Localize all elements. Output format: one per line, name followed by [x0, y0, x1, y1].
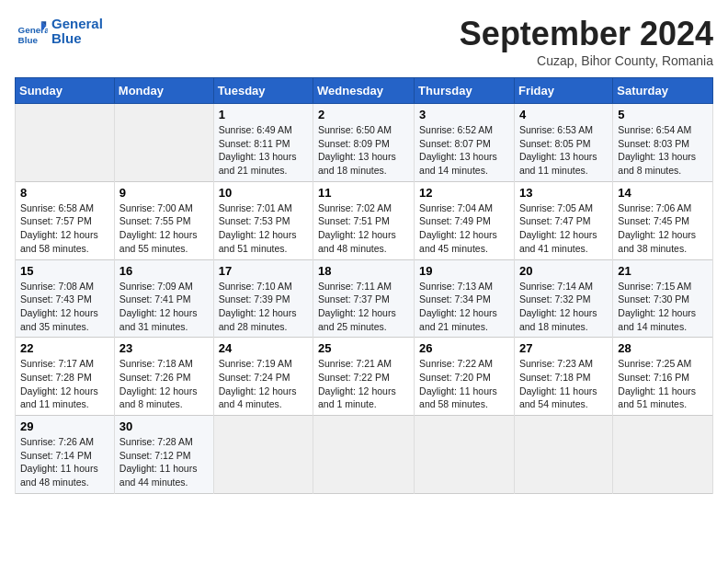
calendar-header-friday: Friday [514, 78, 612, 104]
calendar-cell: 9Sunrise: 7:00 AM Sunset: 7:55 PM Daylig… [114, 181, 213, 259]
calendar-cell: 20Sunrise: 7:14 AM Sunset: 7:32 PM Dayli… [514, 259, 612, 338]
day-info: Sunrise: 7:04 AM Sunset: 7:49 PM Dayligh… [419, 201, 509, 256]
logo-text: General Blue [51, 17, 103, 47]
calendar-cell: 12Sunrise: 7:04 AM Sunset: 7:49 PM Dayli… [415, 181, 515, 259]
day-info: Sunrise: 7:10 AM Sunset: 7:39 PM Dayligh… [219, 280, 308, 334]
day-info: Sunrise: 7:00 AM Sunset: 7:55 PM Dayligh… [119, 201, 209, 256]
day-number: 25 [318, 341, 409, 355]
calendar-cell: 27Sunrise: 7:23 AM Sunset: 7:18 PM Dayli… [514, 338, 612, 416]
logo-icon: General Blue [15, 15, 48, 48]
day-info: Sunrise: 7:14 AM Sunset: 7:32 PM Dayligh… [519, 280, 608, 334]
calendar-week-row: 22Sunrise: 7:17 AM Sunset: 7:28 PM Dayli… [16, 338, 713, 416]
day-number: 3 [419, 108, 509, 121]
calendar-header-wednesday: Wednesday [313, 78, 415, 104]
calendar-body: 1Sunrise: 6:49 AM Sunset: 8:11 PM Daylig… [16, 104, 713, 494]
day-info: Sunrise: 6:58 AM Sunset: 7:57 PM Dayligh… [20, 201, 109, 256]
day-info: Sunrise: 7:11 AM Sunset: 7:37 PM Dayligh… [318, 280, 409, 334]
calendar-cell: 1Sunrise: 6:49 AM Sunset: 8:11 PM Daylig… [213, 104, 313, 182]
calendar-header-monday: Monday [114, 78, 213, 104]
day-number: 1 [219, 108, 308, 121]
day-info: Sunrise: 7:18 AM Sunset: 7:26 PM Dayligh… [119, 357, 209, 411]
calendar-cell [415, 416, 515, 494]
day-info: Sunrise: 7:26 AM Sunset: 7:14 PM Dayligh… [20, 435, 109, 489]
page-header: General Blue General Blue September 2024… [15, 15, 713, 68]
calendar-cell [613, 416, 713, 494]
calendar-cell: 8Sunrise: 6:58 AM Sunset: 7:57 PM Daylig… [16, 181, 115, 259]
calendar-cell: 5Sunrise: 6:54 AM Sunset: 8:03 PM Daylig… [613, 104, 713, 182]
day-number: 8 [20, 186, 109, 200]
day-info: Sunrise: 7:01 AM Sunset: 7:53 PM Dayligh… [219, 201, 308, 256]
day-number: 20 [519, 264, 608, 278]
day-number: 16 [119, 264, 209, 278]
day-number: 14 [618, 186, 708, 200]
day-info: Sunrise: 7:06 AM Sunset: 7:45 PM Dayligh… [618, 201, 708, 256]
day-info: Sunrise: 6:52 AM Sunset: 8:07 PM Dayligh… [419, 123, 509, 178]
calendar-cell: 3Sunrise: 6:52 AM Sunset: 8:07 PM Daylig… [415, 104, 515, 182]
day-info: Sunrise: 7:25 AM Sunset: 7:16 PM Dayligh… [618, 357, 708, 411]
calendar-cell: 18Sunrise: 7:11 AM Sunset: 7:37 PM Dayli… [313, 259, 415, 338]
title-block: September 2024 Cuzap, Bihor County, Roma… [460, 15, 713, 68]
day-number: 17 [219, 264, 308, 278]
day-info: Sunrise: 7:13 AM Sunset: 7:34 PM Dayligh… [419, 280, 509, 334]
day-info: Sunrise: 6:49 AM Sunset: 8:11 PM Dayligh… [219, 123, 308, 178]
day-info: Sunrise: 7:21 AM Sunset: 7:22 PM Dayligh… [318, 357, 409, 411]
calendar-header-sunday: Sunday [16, 78, 115, 104]
day-number: 28 [618, 341, 708, 355]
calendar-week-row: 29Sunrise: 7:26 AM Sunset: 7:14 PM Dayli… [16, 416, 713, 494]
day-info: Sunrise: 7:15 AM Sunset: 7:30 PM Dayligh… [618, 280, 708, 334]
calendar-table: SundayMondayTuesdayWednesdayThursdayFrid… [15, 77, 713, 494]
calendar-cell: 21Sunrise: 7:15 AM Sunset: 7:30 PM Dayli… [613, 259, 713, 338]
calendar-week-row: 15Sunrise: 7:08 AM Sunset: 7:43 PM Dayli… [16, 259, 713, 338]
calendar-cell: 26Sunrise: 7:22 AM Sunset: 7:20 PM Dayli… [415, 338, 515, 416]
calendar-cell: 4Sunrise: 6:53 AM Sunset: 8:05 PM Daylig… [514, 104, 612, 182]
day-number: 5 [618, 108, 708, 121]
calendar-cell: 16Sunrise: 7:09 AM Sunset: 7:41 PM Dayli… [114, 259, 213, 338]
day-info: Sunrise: 7:19 AM Sunset: 7:24 PM Dayligh… [219, 357, 308, 411]
day-number: 4 [519, 108, 608, 121]
day-number: 9 [119, 186, 209, 200]
day-number: 19 [419, 264, 509, 278]
calendar-week-row: 1Sunrise: 6:49 AM Sunset: 8:11 PM Daylig… [16, 104, 713, 182]
day-number: 27 [519, 341, 608, 355]
calendar-cell: 29Sunrise: 7:26 AM Sunset: 7:14 PM Dayli… [16, 416, 115, 494]
calendar-cell: 23Sunrise: 7:18 AM Sunset: 7:26 PM Dayli… [114, 338, 213, 416]
location-subtitle: Cuzap, Bihor County, Romania [460, 53, 713, 68]
day-info: Sunrise: 7:02 AM Sunset: 7:51 PM Dayligh… [318, 201, 409, 256]
calendar-header-saturday: Saturday [613, 78, 713, 104]
calendar-cell: 13Sunrise: 7:05 AM Sunset: 7:47 PM Dayli… [514, 181, 612, 259]
svg-text:Blue: Blue [18, 35, 39, 45]
calendar-cell [514, 416, 612, 494]
calendar-header-tuesday: Tuesday [213, 78, 313, 104]
day-info: Sunrise: 7:17 AM Sunset: 7:28 PM Dayligh… [20, 357, 109, 411]
day-number: 21 [618, 264, 708, 278]
calendar-header-thursday: Thursday [415, 78, 515, 104]
day-number: 30 [119, 419, 209, 433]
calendar-cell: 30Sunrise: 7:28 AM Sunset: 7:12 PM Dayli… [114, 416, 213, 494]
calendar-cell: 15Sunrise: 7:08 AM Sunset: 7:43 PM Dayli… [16, 259, 115, 338]
day-info: Sunrise: 6:54 AM Sunset: 8:03 PM Dayligh… [618, 123, 708, 178]
day-number: 26 [419, 341, 509, 355]
calendar-cell: 22Sunrise: 7:17 AM Sunset: 7:28 PM Dayli… [16, 338, 115, 416]
day-number: 18 [318, 264, 409, 278]
calendar-cell: 10Sunrise: 7:01 AM Sunset: 7:53 PM Dayli… [213, 181, 313, 259]
calendar-cell [313, 416, 415, 494]
day-number: 12 [419, 186, 509, 200]
day-number: 15 [20, 264, 109, 278]
calendar-week-row: 8Sunrise: 6:58 AM Sunset: 7:57 PM Daylig… [16, 181, 713, 259]
calendar-cell: 14Sunrise: 7:06 AM Sunset: 7:45 PM Dayli… [613, 181, 713, 259]
logo: General Blue General Blue [15, 15, 103, 48]
day-info: Sunrise: 7:09 AM Sunset: 7:41 PM Dayligh… [119, 280, 209, 334]
day-number: 13 [519, 186, 608, 200]
day-number: 22 [20, 341, 109, 355]
day-info: Sunrise: 7:28 AM Sunset: 7:12 PM Dayligh… [119, 435, 209, 489]
calendar-cell [213, 416, 313, 494]
calendar-cell: 25Sunrise: 7:21 AM Sunset: 7:22 PM Dayli… [313, 338, 415, 416]
day-info: Sunrise: 7:23 AM Sunset: 7:18 PM Dayligh… [519, 357, 608, 411]
day-number: 10 [219, 186, 308, 200]
calendar-cell: 24Sunrise: 7:19 AM Sunset: 7:24 PM Dayli… [213, 338, 313, 416]
month-title: September 2024 [460, 15, 713, 53]
day-info: Sunrise: 7:22 AM Sunset: 7:20 PM Dayligh… [419, 357, 509, 411]
day-number: 23 [119, 341, 209, 355]
day-number: 29 [20, 419, 109, 433]
day-info: Sunrise: 6:50 AM Sunset: 8:09 PM Dayligh… [318, 123, 409, 178]
